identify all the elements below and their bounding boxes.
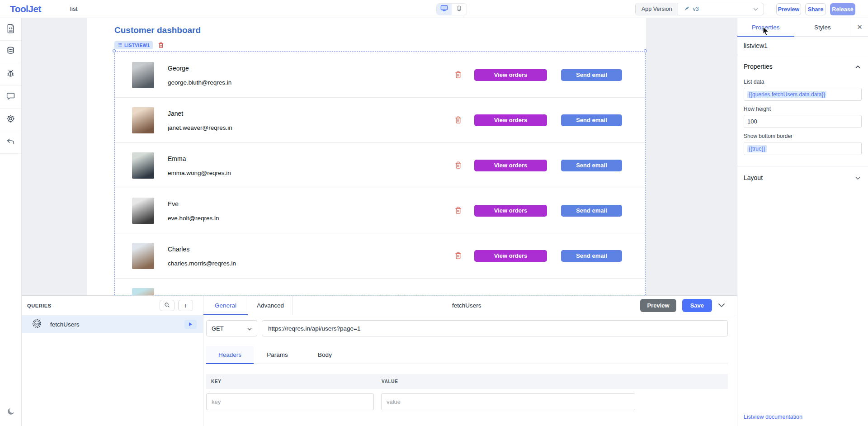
delete-row-icon[interactable] (454, 161, 462, 170)
customer-name: Emma (168, 155, 231, 162)
layout-section-header[interactable]: Layout (737, 166, 868, 185)
view-orders-button[interactable]: View orders (474, 205, 547, 217)
customer-name: Charles (168, 246, 236, 253)
show-bottom-border-input[interactable]: {{true}} (744, 142, 862, 155)
customer-email: janet.weaver@reqres.in (168, 124, 232, 131)
properties-section-header[interactable]: Properties (737, 55, 868, 74)
list-item: Charles charles.morris@reqres.in View or… (115, 233, 645, 279)
delete-row-icon[interactable] (454, 251, 462, 260)
query-editor-title: fetchUsers (293, 302, 640, 309)
show-bottom-border-label: Show bottom border (744, 133, 862, 139)
search-queries-button[interactable] (160, 300, 175, 311)
rocket-icon (684, 5, 690, 13)
list-item: Janet janet.weaver@reqres.in View orders… (115, 98, 645, 143)
chevron-down-icon (247, 325, 252, 332)
add-query-button[interactable]: + (178, 300, 193, 311)
send-email-button[interactable]: Send email (561, 114, 622, 126)
tab-styles[interactable]: Styles (794, 18, 851, 36)
resize-handle-top-right[interactable] (644, 49, 647, 52)
sidebar-item-settings[interactable] (0, 109, 21, 131)
header-key-input[interactable] (206, 393, 374, 410)
list-data-input[interactable]: {{queries.fetchUsers.data.data}} (744, 88, 862, 101)
delete-row-icon[interactable] (454, 71, 462, 80)
request-url-input[interactable] (262, 320, 728, 336)
sidebar-item-comments[interactable] (0, 86, 21, 109)
mobile-toggle-button[interactable] (452, 4, 467, 15)
tab-advanced[interactable]: Advanced (248, 296, 293, 315)
customer-email: george.bluth@reqres.in (168, 79, 231, 86)
app-canvas[interactable]: Customer dashboard LISTVIEW1 George geor… (87, 18, 646, 295)
query-list-item-fetchusers[interactable]: API fetchUsers (22, 316, 203, 333)
delete-widget-icon[interactable] (158, 41, 166, 50)
resize-handle-top-left[interactable] (113, 49, 116, 52)
sidebar-item-debugger[interactable] (0, 63, 21, 86)
left-sidebar (0, 18, 22, 426)
selected-widget-tag-row: LISTVIEW1 (114, 41, 166, 50)
run-query-button[interactable] (184, 320, 197, 329)
customer-name: Eve (168, 200, 219, 208)
close-inspector-button[interactable]: ✕ (851, 18, 868, 36)
list-item: Emma emma.wong@reqres.in View orders Sen… (115, 143, 645, 188)
delete-row-icon[interactable] (454, 116, 462, 125)
list-data-value: {{queries.fetchUsers.data.data}} (747, 91, 826, 98)
bug-icon (6, 69, 15, 80)
tab-general[interactable]: General (203, 296, 248, 315)
save-query-button[interactable]: Save (682, 299, 712, 312)
collapse-query-panel-button[interactable] (718, 302, 725, 309)
plus-icon: + (184, 302, 187, 309)
properties-section-title: Properties (744, 63, 773, 70)
send-email-button[interactable]: Send email (561, 250, 622, 262)
customer-name: Janet (168, 110, 232, 117)
sidebar-item-pages[interactable] (0, 18, 21, 41)
tooljet-logo: ToolJet (10, 4, 41, 14)
app-version-select[interactable]: App Version v3 (635, 3, 764, 15)
app-name: list (70, 5, 78, 12)
view-orders-button[interactable]: View orders (474, 160, 547, 171)
avatar (132, 243, 154, 269)
widget-tag[interactable]: LISTVIEW1 (114, 41, 153, 49)
sidebar-item-database[interactable] (0, 41, 21, 63)
preview-query-button[interactable]: Preview (640, 299, 676, 312)
view-orders-button[interactable]: View orders (474, 114, 547, 126)
list-item: Tracey View orders Send email (115, 279, 645, 295)
chevron-up-icon (855, 63, 861, 70)
tab-params[interactable]: Params (254, 346, 301, 364)
customer-email: charles.morris@reqres.in (168, 260, 236, 267)
inspector-tabs: Properties Styles ✕ (737, 18, 868, 37)
send-email-button[interactable]: Send email (561, 205, 622, 217)
svg-text:API: API (35, 322, 39, 325)
listview-documentation-link[interactable]: Listview documentation (744, 414, 802, 420)
listview-widget[interactable]: George george.bluth@reqres.in View order… (114, 51, 646, 295)
tab-body[interactable]: Body (301, 346, 349, 364)
chevron-down-icon (753, 3, 764, 15)
send-email-button[interactable]: Send email (561, 160, 622, 171)
customer-email: eve.holt@reqres.in (168, 215, 219, 222)
view-orders-button[interactable]: View orders (474, 69, 547, 81)
dark-mode-toggle[interactable] (0, 407, 22, 418)
desktop-toggle-button[interactable] (437, 4, 452, 15)
delete-row-icon[interactable] (454, 206, 462, 215)
selected-widget-name: listview1 (737, 37, 868, 55)
release-button[interactable]: Release (830, 3, 855, 15)
send-email-button[interactable]: Send email (561, 69, 622, 81)
close-icon: ✕ (857, 23, 863, 31)
row-height-input[interactable] (747, 118, 858, 125)
database-icon (6, 46, 15, 57)
preview-app-button[interactable]: Preview (776, 3, 801, 15)
sidebar-item-undo[interactable] (0, 131, 21, 154)
tab-properties[interactable]: Properties (737, 18, 794, 36)
search-icon (164, 302, 170, 309)
view-orders-button[interactable]: View orders (474, 250, 547, 262)
http-method-select[interactable]: GET (206, 320, 257, 336)
header-value-input[interactable] (381, 393, 635, 410)
widget-tag-label: LISTVIEW1 (124, 43, 150, 48)
list-item: Eve eve.holt@reqres.in View orders Send … (115, 188, 645, 233)
device-layout-toggle[interactable] (436, 3, 467, 15)
share-button[interactable]: Share (805, 3, 826, 15)
rest-api-query-icon: API (32, 318, 42, 331)
key-column-header: KEY (206, 379, 382, 384)
tab-headers[interactable]: Headers (206, 346, 254, 364)
listview-icon (118, 43, 122, 48)
avatar (132, 288, 154, 296)
customer-email: emma.wong@reqres.in (168, 170, 231, 176)
